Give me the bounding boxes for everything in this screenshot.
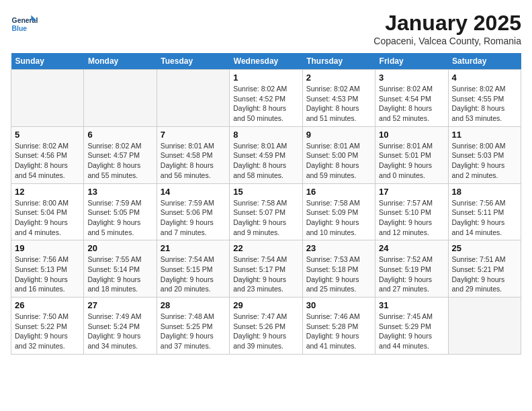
day-number: 18 — [452, 187, 517, 197]
calendar-cell: 25Sunrise: 7:51 AM Sunset: 5:21 PM Dayli… — [448, 240, 521, 298]
day-info: Sunrise: 7:48 AM Sunset: 5:25 PM Dayligh… — [161, 312, 226, 351]
day-number: 3 — [379, 73, 444, 83]
calendar-cell: 14Sunrise: 7:59 AM Sunset: 5:06 PM Dayli… — [157, 183, 229, 240]
weekday-header: Sunday — [11, 53, 84, 70]
day-info: Sunrise: 7:50 AM Sunset: 5:22 PM Dayligh… — [15, 312, 80, 351]
day-info: Sunrise: 7:58 AM Sunset: 5:09 PM Dayligh… — [306, 198, 371, 238]
calendar-cell — [448, 298, 521, 355]
calendar-week-row: 12Sunrise: 8:00 AM Sunset: 5:04 PM Dayli… — [11, 183, 521, 240]
day-info: Sunrise: 7:58 AM Sunset: 5:07 PM Dayligh… — [233, 198, 298, 238]
weekday-header: Tuesday — [157, 53, 229, 70]
day-number: 20 — [87, 243, 152, 253]
day-info: Sunrise: 7:59 AM Sunset: 5:05 PM Dayligh… — [87, 198, 152, 238]
day-info: Sunrise: 7:46 AM Sunset: 5:28 PM Dayligh… — [306, 312, 371, 351]
calendar-cell: 8Sunrise: 8:01 AM Sunset: 4:59 PM Daylig… — [230, 126, 302, 183]
day-number: 2 — [306, 73, 371, 83]
calendar-cell: 6Sunrise: 8:02 AM Sunset: 4:57 PM Daylig… — [84, 126, 157, 183]
day-number: 15 — [233, 187, 298, 197]
day-number: 22 — [233, 243, 298, 253]
day-number: 6 — [87, 130, 152, 140]
calendar-cell: 11Sunrise: 8:00 AM Sunset: 5:03 PM Dayli… — [448, 126, 521, 183]
weekday-header: Saturday — [448, 53, 521, 70]
day-number: 19 — [15, 243, 80, 253]
calendar-cell: 1Sunrise: 8:02 AM Sunset: 4:52 PM Daylig… — [230, 70, 302, 127]
day-number: 29 — [233, 300, 298, 310]
day-number: 16 — [306, 187, 371, 197]
weekday-header: Friday — [375, 53, 448, 70]
svg-text:Blue: Blue — [12, 25, 28, 32]
day-number: 11 — [452, 130, 517, 140]
day-number: 13 — [87, 187, 152, 197]
calendar-cell: 30Sunrise: 7:46 AM Sunset: 5:28 PM Dayli… — [302, 298, 375, 355]
calendar-cell: 10Sunrise: 8:01 AM Sunset: 5:01 PM Dayli… — [375, 126, 448, 183]
day-info: Sunrise: 7:51 AM Sunset: 5:21 PM Dayligh… — [452, 255, 517, 294]
day-info: Sunrise: 7:53 AM Sunset: 5:18 PM Dayligh… — [306, 255, 371, 294]
calendar-week-row: 26Sunrise: 7:50 AM Sunset: 5:22 PM Dayli… — [11, 298, 521, 355]
day-info: Sunrise: 8:02 AM Sunset: 4:54 PM Dayligh… — [379, 84, 444, 124]
logo-icon: General Blue — [11, 11, 38, 38]
calendar-cell: 15Sunrise: 7:58 AM Sunset: 5:07 PM Dayli… — [230, 183, 302, 240]
day-info: Sunrise: 7:47 AM Sunset: 5:26 PM Dayligh… — [233, 312, 298, 351]
day-number: 10 — [379, 130, 444, 140]
day-number: 4 — [452, 73, 517, 83]
calendar-cell — [84, 70, 157, 127]
calendar-cell: 7Sunrise: 8:01 AM Sunset: 4:58 PM Daylig… — [157, 126, 229, 183]
calendar-cell — [11, 70, 84, 127]
calendar-table: SundayMondayTuesdayWednesdayThursdayFrid… — [11, 53, 521, 355]
calendar-cell: 16Sunrise: 7:58 AM Sunset: 5:09 PM Dayli… — [302, 183, 375, 240]
day-number: 31 — [379, 300, 444, 310]
day-info: Sunrise: 7:45 AM Sunset: 5:29 PM Dayligh… — [379, 312, 444, 351]
calendar-cell: 19Sunrise: 7:56 AM Sunset: 5:13 PM Dayli… — [11, 240, 84, 298]
calendar-cell: 3Sunrise: 8:02 AM Sunset: 4:54 PM Daylig… — [375, 70, 448, 127]
day-info: Sunrise: 7:59 AM Sunset: 5:06 PM Dayligh… — [161, 198, 226, 238]
day-info: Sunrise: 7:49 AM Sunset: 5:24 PM Dayligh… — [87, 312, 152, 351]
day-number: 26 — [15, 300, 80, 310]
calendar-cell: 20Sunrise: 7:55 AM Sunset: 5:14 PM Dayli… — [84, 240, 157, 298]
calendar-cell: 21Sunrise: 7:54 AM Sunset: 5:15 PM Dayli… — [157, 240, 229, 298]
day-info: Sunrise: 7:55 AM Sunset: 5:14 PM Dayligh… — [87, 255, 152, 294]
day-number: 23 — [306, 243, 371, 253]
day-info: Sunrise: 7:54 AM Sunset: 5:17 PM Dayligh… — [233, 255, 298, 294]
day-info: Sunrise: 8:01 AM Sunset: 4:58 PM Dayligh… — [161, 141, 226, 181]
day-number: 5 — [15, 130, 80, 140]
calendar-cell: 26Sunrise: 7:50 AM Sunset: 5:22 PM Dayli… — [11, 298, 84, 355]
day-info: Sunrise: 8:01 AM Sunset: 5:00 PM Dayligh… — [306, 141, 371, 181]
calendar-week-row: 5Sunrise: 8:02 AM Sunset: 4:56 PM Daylig… — [11, 126, 521, 183]
day-info: Sunrise: 8:02 AM Sunset: 4:52 PM Dayligh… — [233, 84, 298, 124]
page-header: General Blue January 2025 Copaceni, Valc… — [11, 11, 521, 46]
day-number: 24 — [379, 243, 444, 253]
calendar-cell: 9Sunrise: 8:01 AM Sunset: 5:00 PM Daylig… — [302, 126, 375, 183]
calendar-cell: 12Sunrise: 8:00 AM Sunset: 5:04 PM Dayli… — [11, 183, 84, 240]
day-number: 30 — [306, 300, 371, 310]
calendar-cell: 22Sunrise: 7:54 AM Sunset: 5:17 PM Dayli… — [230, 240, 302, 298]
calendar-cell: 17Sunrise: 7:57 AM Sunset: 5:10 PM Dayli… — [375, 183, 448, 240]
calendar-cell: 5Sunrise: 8:02 AM Sunset: 4:56 PM Daylig… — [11, 126, 84, 183]
day-info: Sunrise: 8:02 AM Sunset: 4:53 PM Dayligh… — [306, 84, 371, 124]
day-number: 12 — [15, 187, 80, 197]
calendar-cell: 23Sunrise: 7:53 AM Sunset: 5:18 PM Dayli… — [302, 240, 375, 298]
location: Copaceni, Valcea County, Romania — [373, 36, 521, 46]
day-info: Sunrise: 7:52 AM Sunset: 5:19 PM Dayligh… — [379, 255, 444, 294]
calendar-cell: 18Sunrise: 7:56 AM Sunset: 5:11 PM Dayli… — [448, 183, 521, 240]
day-info: Sunrise: 8:00 AM Sunset: 5:03 PM Dayligh… — [452, 141, 517, 181]
day-info: Sunrise: 7:56 AM Sunset: 5:13 PM Dayligh… — [15, 255, 80, 294]
weekday-header: Wednesday — [230, 53, 302, 70]
day-info: Sunrise: 8:02 AM Sunset: 4:56 PM Dayligh… — [15, 141, 80, 181]
calendar-cell: 27Sunrise: 7:49 AM Sunset: 5:24 PM Dayli… — [84, 298, 157, 355]
day-info: Sunrise: 7:54 AM Sunset: 5:15 PM Dayligh… — [161, 255, 226, 294]
day-number: 1 — [233, 73, 298, 83]
day-number: 27 — [87, 300, 152, 310]
calendar-cell: 29Sunrise: 7:47 AM Sunset: 5:26 PM Dayli… — [230, 298, 302, 355]
day-info: Sunrise: 8:01 AM Sunset: 5:01 PM Dayligh… — [379, 141, 444, 181]
calendar-cell: 13Sunrise: 7:59 AM Sunset: 5:05 PM Dayli… — [84, 183, 157, 240]
day-number: 14 — [161, 187, 226, 197]
day-info: Sunrise: 8:02 AM Sunset: 4:57 PM Dayligh… — [87, 141, 152, 181]
day-info: Sunrise: 8:00 AM Sunset: 5:04 PM Dayligh… — [15, 198, 80, 238]
logo: General Blue — [11, 11, 40, 38]
day-number: 28 — [161, 300, 226, 310]
day-number: 21 — [161, 243, 226, 253]
day-info: Sunrise: 8:02 AM Sunset: 4:55 PM Dayligh… — [452, 84, 517, 124]
day-number: 9 — [306, 130, 371, 140]
day-number: 8 — [233, 130, 298, 140]
weekday-header-row: SundayMondayTuesdayWednesdayThursdayFrid… — [11, 53, 521, 70]
